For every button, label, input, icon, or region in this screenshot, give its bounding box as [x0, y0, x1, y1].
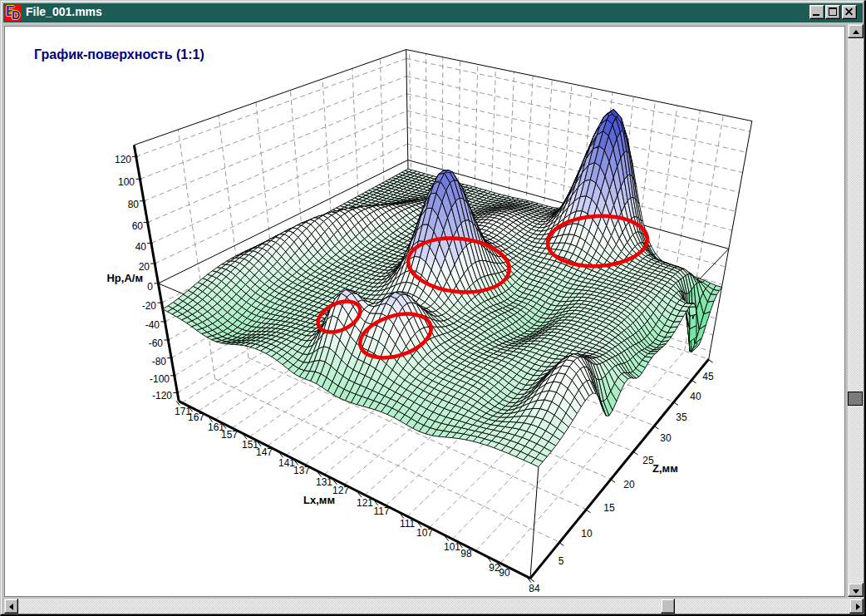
svg-text:151: 151: [242, 439, 258, 451]
svg-text:100: 100: [118, 176, 135, 188]
svg-text:-100: -100: [150, 373, 170, 385]
svg-text:117: 117: [373, 505, 389, 517]
svg-text:20: 20: [623, 479, 635, 490]
svg-text:5: 5: [558, 555, 564, 567]
svg-text:20: 20: [139, 261, 150, 273]
svg-text:15: 15: [603, 502, 615, 514]
svg-text:-60: -60: [149, 338, 164, 349]
svg-text:-80: -80: [152, 356, 167, 367]
svg-text:40: 40: [690, 391, 701, 402]
svg-text:0: 0: [147, 281, 153, 293]
svg-text:120: 120: [115, 154, 131, 165]
svg-text:-20: -20: [142, 300, 157, 312]
svg-text:10: 10: [581, 528, 593, 540]
svg-text:30: 30: [660, 432, 672, 444]
svg-text:107: 107: [416, 527, 433, 539]
svg-text:171: 171: [175, 406, 191, 417]
svg-text:40: 40: [135, 241, 147, 253]
svg-text:60: 60: [132, 220, 144, 232]
svg-text:90: 90: [499, 567, 510, 579]
svg-text:98: 98: [460, 548, 472, 559]
svg-text:График-поверхность (1:1): График-поверхность (1:1): [34, 47, 204, 62]
svg-text:Z,мм: Z,мм: [652, 462, 678, 475]
svg-text:137: 137: [293, 465, 310, 476]
svg-text:35: 35: [676, 411, 687, 423]
svg-text:101: 101: [444, 541, 460, 553]
svg-text:Hp,А/м: Hp,А/м: [106, 272, 143, 284]
svg-text:Lx,мм: Lx,мм: [303, 494, 335, 506]
svg-text:141: 141: [278, 457, 295, 469]
svg-text:127: 127: [332, 485, 349, 496]
svg-text:121: 121: [357, 497, 373, 509]
svg-text:161: 161: [208, 421, 224, 433]
svg-text:45: 45: [702, 371, 714, 382]
svg-text:131: 131: [316, 476, 332, 488]
svg-text:147: 147: [256, 446, 273, 458]
svg-text:111: 111: [400, 518, 416, 530]
svg-text:80: 80: [128, 199, 140, 210]
svg-text:84: 84: [529, 583, 540, 594]
svg-text:-120: -120: [152, 390, 172, 402]
svg-text:92: 92: [489, 562, 500, 574]
svg-text:-40: -40: [145, 319, 160, 331]
